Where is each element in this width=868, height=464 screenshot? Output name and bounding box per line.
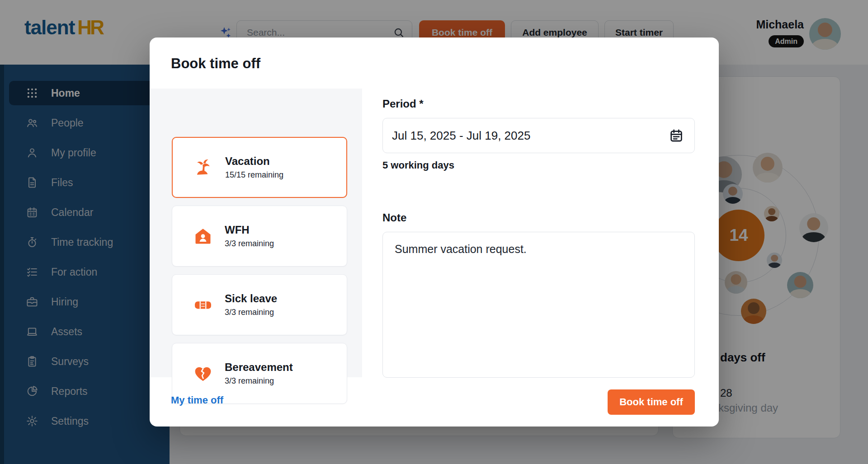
leave-type-name: Sick leave bbox=[225, 292, 277, 305]
leave-type-remaining: 3/3 remaining bbox=[225, 308, 277, 317]
book-time-off-modal: Book time off Vacation 15/15 remaining bbox=[150, 37, 719, 427]
leave-type-remaining: 3/3 remaining bbox=[225, 239, 274, 248]
leave-type-card-sick-leave[interactable]: Sick leave 3/3 remaining bbox=[172, 274, 347, 335]
leave-type-card-wfh[interactable]: WFH 3/3 remaining bbox=[172, 206, 347, 267]
leave-type-name: Bereavement bbox=[225, 361, 293, 374]
modal-title: Book time off bbox=[171, 56, 260, 72]
leave-type-panel: Vacation 15/15 remaining WFH 3/3 remaini… bbox=[150, 89, 362, 377]
period-date-range-value: Jul 15, 2025 - Jul 19, 2025 bbox=[392, 129, 669, 143]
period-date-range-field[interactable]: Jul 15, 2025 - Jul 19, 2025 bbox=[382, 118, 695, 153]
period-label: Period * bbox=[382, 98, 424, 110]
working-days-summary: 5 working days bbox=[382, 159, 454, 171]
book-time-off-submit-button[interactable]: Book time off bbox=[608, 389, 695, 415]
palm-tree-icon bbox=[193, 158, 213, 178]
calendar-picker-icon bbox=[669, 128, 684, 143]
leave-type-remaining: 3/3 remaining bbox=[225, 376, 293, 386]
bandage-icon bbox=[193, 295, 213, 315]
note-label: Note bbox=[382, 211, 406, 224]
leave-type-name: Vacation bbox=[225, 155, 283, 168]
leave-type-name: WFH bbox=[225, 224, 274, 236]
my-time-off-link[interactable]: My time off bbox=[171, 394, 223, 406]
leave-type-card-vacation[interactable]: Vacation 15/15 remaining bbox=[172, 137, 347, 198]
leave-type-remaining: 15/15 remaining bbox=[225, 170, 283, 180]
home-office-icon bbox=[193, 226, 213, 246]
broken-heart-icon bbox=[193, 364, 213, 384]
note-textarea[interactable]: Summer vacation request. bbox=[382, 232, 695, 378]
